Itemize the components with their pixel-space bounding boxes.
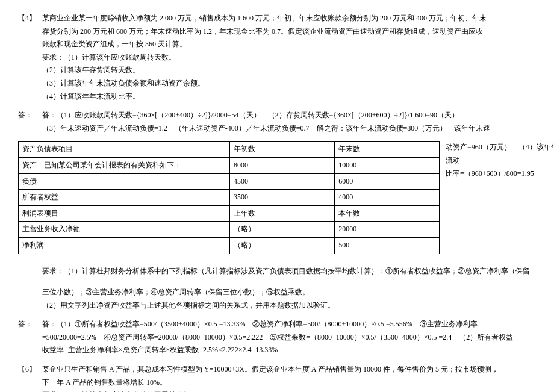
cell: 10000 (335, 157, 440, 173)
q4-line: （4）计算该年年末流动比率。 (42, 90, 536, 104)
a5-line: 收益率=主营业务净利率×总资产周转率×权益乘数=2.5%×2.222×2.4=1… (42, 344, 536, 357)
cell: 本年数 (335, 205, 440, 222)
question-4: 【4】 某商业企业某一年度赊销收入净额为 2 000 万元，销售成本为 1 60… (18, 12, 536, 103)
table-wrap: 动资产=960（万元） （4）该年年末流动 比率=（960+600）/800=1… (18, 141, 536, 254)
a5-line: =500/20000=2.5% ④总资产周转率=20000/（8000+1000… (42, 331, 536, 344)
cell: 年初数 (229, 142, 334, 158)
cell: 4500 (229, 173, 334, 190)
cell: 年末数 (335, 142, 440, 158)
q5-line: 三位小数）；③主营业务净利率；④总资产周转率（保留三位小数）；⑤权益乘数。 (42, 286, 536, 299)
cell: 6000 (335, 173, 440, 190)
table-row: 利润表项目 上年数 本年数 (19, 205, 440, 222)
cell: 8000 (229, 157, 334, 173)
cell: 资产负债表项目 (19, 142, 230, 158)
answer-5: 答： 答：（1）①所有者权益收益率=500/（3500+4000）×0.5 =1… (18, 318, 536, 357)
q6-line: 要求：（1）计算本年度该企业的边际贡献总额。 (42, 389, 536, 392)
cell: 20000 (335, 222, 440, 238)
cell: 4000 (335, 190, 440, 206)
question-6: 【6】 某企业只生产和销售 A 产品，其总成本习性模型为 Y=10000+3X。… (18, 363, 536, 392)
cell: （略） (229, 237, 334, 254)
cell: 500 (335, 237, 440, 254)
q4-body: 某商业企业某一年度赊销收入净额为 2 000 万元，销售成本为 1 600 万元… (42, 12, 536, 103)
q6-line: 某企业只生产和销售 A 产品，其总成本习性模型为 Y=10000+3X。假定该企… (42, 363, 536, 376)
balance-table: 资产负债表项目 年初数 年末数 资产 已知某公司某年会计报表的有关资料如下： 8… (18, 141, 440, 254)
side-note: 动资产=960（万元） （4）该年年末流动 比率=（960+600）/800=1… (446, 141, 554, 180)
a4-line: （3）年末速动资产／年末流动负债=1.2 （年末速动资产-400）／年末流动负债… (42, 122, 536, 135)
cell: 3500 (229, 190, 334, 206)
q6-body: 某企业只生产和销售 A 产品，其总成本习性模型为 Y=10000+3X。假定该企… (42, 363, 536, 392)
cell: 主营业务收入净额 (19, 222, 230, 238)
cell: 所有者权益 (19, 190, 230, 206)
table-row: 资产负债表项目 年初数 年末数 (19, 142, 440, 158)
side-line: 比率=（960+600）/800=1.95 (446, 167, 554, 181)
q4-line: （3）计算该年年末流动负债余额和速动资产余额。 (42, 77, 536, 90)
q4-line: 要求：（1）计算该年应收账款周转天数。 (42, 51, 536, 64)
answer-4: 答： 答：（1）应收账款周转天数={360×[（200+400）÷2]}/200… (18, 109, 536, 135)
q4-line: 某商业企业某一年度赊销收入净额为 2 000 万元，销售成本为 1 600 万元… (42, 12, 536, 25)
cell: （略） (229, 222, 334, 238)
q6-label: 【6】 (18, 363, 36, 376)
q4-line: 账款和现金类资产组成，一年按 360 天计算。 (42, 38, 536, 51)
side-line: 动资产=960（万元） （4）该年年末流动 (446, 141, 554, 167)
q4-line: （2）计算该年存货周转天数。 (42, 64, 536, 77)
cell: 资产 已知某公司某年会计报表的有关资料如下： (19, 157, 230, 173)
cell: 净利润 (19, 237, 230, 254)
a4-label: 答： (18, 109, 33, 122)
q5-line: （2）用文字列出净资产收益率与上述其他各项指标之间的关系式，并用本题数据加以验证… (42, 299, 536, 313)
q5-body: 要求：（1）计算杜邦财务分析体系中的下列指标（凡计算指标涉及资产负债表项目数据均… (42, 265, 536, 313)
cell: 上年数 (229, 205, 334, 222)
cell: 负债 (19, 173, 230, 190)
a4-body: 答：（1）应收账款周转天数={360×[（200+400）÷2]}/2000=5… (42, 109, 536, 135)
q5-line: 要求：（1）计算杜邦财务分析体系中的下列指标（凡计算指标涉及资产负债表项目数据均… (42, 265, 536, 278)
table-row: 主营业务收入净额 （略） 20000 (19, 222, 440, 238)
table-row: 资产 已知某公司某年会计报表的有关资料如下： 8000 10000 (19, 157, 440, 173)
table-row: 负债 4500 6000 (19, 173, 440, 190)
table-row: 净利润 （略） 500 (19, 237, 440, 254)
question-5: 要求：（1）计算杜邦财务分析体系中的下列指标（凡计算指标涉及资产负债表项目数据均… (18, 265, 536, 313)
cell: 利润表项目 (19, 205, 230, 222)
table-row: 所有者权益 3500 4000 (19, 190, 440, 206)
a4-line: 答：（1）应收账款周转天数={360×[（200+400）÷2]}/2000=5… (42, 109, 536, 122)
a5-line: 答：（1）①所有者权益收益率=500/（3500+4000）×0.5 =13.3… (42, 318, 536, 331)
q6-line: 下一年 A 产品的销售数量将增长 10%。 (42, 376, 536, 390)
q4-label: 【4】 (18, 12, 36, 25)
a5-label: 答： (18, 318, 33, 331)
a5-body: 答：（1）①所有者权益收益率=500/（3500+4000）×0.5 =13.3… (42, 318, 536, 357)
q4-line: 存货分别为 200 万元和 600 万元；年末速动比率为 1.2，年末现金比率为… (42, 25, 536, 39)
